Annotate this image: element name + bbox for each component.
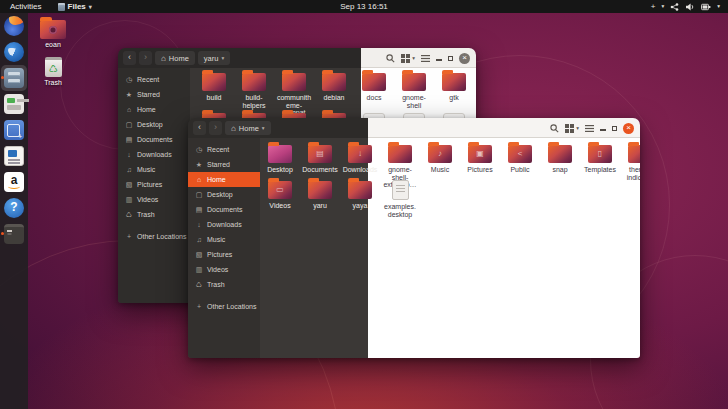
file-label: build- helpers — [234, 94, 274, 109]
home-icon: ⌂ — [125, 106, 133, 113]
file-label: Documents — [300, 166, 340, 174]
view-toggle-button[interactable]: ▾ — [401, 54, 415, 63]
other-locations-icon: + — [125, 233, 133, 240]
dock-item-thunderbird[interactable] — [1, 39, 27, 65]
forward-button[interactable]: › — [209, 121, 222, 135]
dock-item-files[interactable] — [1, 65, 27, 91]
sidebar-item-pictures[interactable]: ▧Pictures — [188, 247, 260, 262]
file-videos[interactable]: ▭Videos — [260, 178, 300, 218]
sidebar-item-videos[interactable]: ▥Videos — [118, 192, 190, 207]
thunderbird-icon — [4, 42, 24, 62]
sidebar-item-downloads[interactable]: ↓Downloads — [118, 147, 190, 162]
sidebar-item-music[interactable]: ♫Music — [118, 162, 190, 177]
folder-emblem-icon — [49, 26, 57, 34]
view-toggle-button[interactable]: ▾ — [565, 124, 579, 133]
sidebar-item-home[interactable]: ⌂Home — [188, 172, 260, 187]
sidebar-item-desktop[interactable]: ▢Desktop — [118, 117, 190, 132]
breadcrumb-home[interactable]: ⌂ Home — [155, 51, 195, 65]
chevron-down-icon: ▾ — [717, 4, 720, 10]
home-icon: ⌂ — [195, 176, 203, 183]
activities-button[interactable]: Activities — [0, 0, 52, 13]
file-examples-desktop[interactable]: examples. desktop — [380, 178, 420, 218]
sidebar-item-videos[interactable]: ▥Videos — [188, 262, 260, 277]
file-yaya[interactable]: yaya — [340, 178, 380, 218]
sidebar-item-desktop[interactable]: ▢Desktop — [188, 187, 260, 202]
close-button[interactable]: × — [459, 53, 470, 64]
file-label: Public — [500, 166, 540, 174]
back-button[interactable]: ‹ — [123, 51, 136, 65]
sidebar-item-music[interactable]: ♫Music — [188, 232, 260, 247]
breadcrumb-home[interactable]: ⌂ Home ▾ — [225, 121, 271, 135]
file-yaru[interactable]: yaru — [300, 178, 340, 218]
folder-icon: ▣ — [468, 145, 492, 163]
chevron-down-icon: ▾ — [89, 3, 92, 10]
sidebar-item-recent[interactable]: ◷Recent — [118, 72, 190, 87]
folder-icon — [388, 145, 412, 163]
sidebar-item-starred[interactable]: ★Starred — [188, 157, 260, 172]
file-label: Desktop — [260, 166, 300, 174]
file-label: build — [194, 94, 234, 102]
recent-icon: ◷ — [195, 146, 203, 154]
sidebar-item-starred[interactable]: ★Starred — [118, 87, 190, 102]
dock-item-firefox[interactable] — [1, 13, 27, 39]
file-label: Music — [420, 166, 460, 174]
volume-icon[interactable] — [685, 3, 695, 11]
sidebar-item-pictures[interactable]: ▧Pictures — [118, 177, 190, 192]
breadcrumb-home-label: Home — [169, 54, 189, 63]
dock-item-help[interactable]: ? — [1, 195, 27, 221]
sidebar-item-trash[interactable]: ♺Trash — [118, 207, 190, 222]
sidebar-item-recent[interactable]: ◷Recent — [188, 142, 260, 157]
other-locations-icon: + — [195, 303, 203, 310]
maximize-button[interactable] — [612, 126, 617, 131]
amazon-icon: a — [4, 172, 24, 192]
dock-item-terminal[interactable] — [1, 221, 27, 247]
sidebar-item-downloads[interactable]: ↓Downloads — [188, 217, 260, 232]
sidebar-item-other-locations[interactable]: +Other Locations — [188, 299, 260, 314]
search-button[interactable] — [386, 54, 395, 63]
starred-icon: ★ — [195, 161, 203, 169]
desktop-icon-trash[interactable]: ♺Trash — [34, 55, 72, 86]
battery-icon[interactable] — [701, 3, 711, 11]
chevron-down-icon: ▾ — [221, 55, 224, 61]
folder-icon — [202, 73, 226, 91]
dock-item-writer[interactable] — [1, 143, 27, 169]
sidebar-item-documents[interactable]: ▤Documents — [188, 202, 260, 217]
file-label: docs — [354, 94, 394, 102]
forward-button[interactable]: › — [139, 51, 152, 65]
folder-icon: ▤ — [308, 145, 332, 163]
app-indicator-icon[interactable]: + — [651, 3, 656, 11]
desktop-icon-eoan[interactable]: eoan — [34, 17, 72, 48]
folder-emblem-icon: ↓ — [348, 146, 372, 162]
downloads-icon: ↓ — [125, 151, 133, 158]
dock-item-software[interactable] — [1, 91, 27, 117]
starred-icon: ★ — [125, 91, 133, 99]
folder-emblem-icon: ♪ — [428, 146, 452, 162]
search-button[interactable] — [550, 124, 559, 133]
dock-item-boxes[interactable] — [1, 117, 27, 143]
desktop-icon: ▢ — [195, 191, 203, 199]
menu-button[interactable] — [585, 125, 594, 132]
running-indicator — [1, 232, 4, 235]
maximize-button[interactable] — [448, 56, 453, 61]
close-button[interactable]: × — [623, 123, 634, 134]
minimize-button[interactable] — [600, 129, 606, 131]
chevron-down-icon: ▾ — [661, 4, 664, 10]
sidebar-item-documents[interactable]: ▤Documents — [118, 132, 190, 147]
folder-icon — [548, 145, 572, 163]
clock[interactable]: Sep 13 16:51 — [0, 2, 728, 11]
app-menu[interactable]: Files ▾ — [52, 0, 98, 13]
minimize-button[interactable] — [436, 59, 442, 61]
desktop-icon-label: Trash — [34, 79, 72, 86]
sidebar-item-trash[interactable]: ♺Trash — [188, 277, 260, 292]
dock: a? — [0, 13, 28, 409]
sidebar-item-home[interactable]: ⌂Home — [118, 102, 190, 117]
videos-icon: ▥ — [125, 196, 133, 204]
dock-item-amazon[interactable]: a — [1, 169, 27, 195]
breadcrumb-current-folder[interactable]: yaru ▾ — [198, 51, 230, 65]
system-tray[interactable]: + ▾ ▾ — [651, 0, 728, 13]
menu-button[interactable] — [421, 55, 430, 62]
sidebar-item-other-locations[interactable]: +Other Locations — [118, 229, 190, 244]
back-button[interactable]: ‹ — [193, 121, 206, 135]
network-icon[interactable] — [670, 3, 679, 11]
pictures-icon: ▧ — [125, 181, 133, 189]
